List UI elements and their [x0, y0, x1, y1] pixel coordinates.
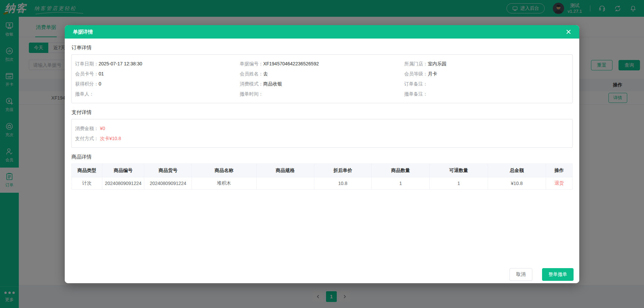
order-field: 会员姓名：去: [240, 69, 405, 79]
modal-title: 单据详情: [73, 29, 93, 35]
goods-header: 商品数量: [372, 164, 430, 177]
order-info-box: 订单日期：2025-07-17 12:38:30 单据编号：XF19457046…: [71, 54, 573, 103]
order-field: 撤单备注：: [404, 89, 569, 99]
goods-header-row: 商品类型 商品编号 商品货号 商品名称 商品规格 折后单价 商品数量 可退数量 …: [72, 164, 573, 177]
goods-header: 总金额: [488, 164, 546, 177]
modal-body: 订单详情 订单日期：2025-07-17 12:38:30 单据编号：XF194…: [65, 45, 579, 190]
order-field: 单据编号：XF1945704642236526592: [240, 59, 405, 69]
order-field: 消费模式：商品收银: [240, 79, 405, 89]
order-field: 撤单时间：: [240, 89, 405, 99]
cancel-button[interactable]: 取消: [509, 268, 532, 281]
order-section-title: 订单详情: [71, 45, 573, 51]
order-field: 获得积分：0: [75, 79, 240, 89]
modal-header: 单据详情: [65, 25, 579, 39]
order-field: 所属门店：室内乐园: [404, 59, 569, 69]
order-detail-modal: 单据详情 订单详情 订单日期：2025-07-17 12:38:30 单据编号：…: [65, 25, 579, 283]
refund-link[interactable]: 退货: [554, 180, 564, 186]
goods-price: 10.8: [314, 177, 372, 190]
close-icon[interactable]: [566, 29, 571, 35]
goods-qty: 1: [372, 177, 430, 190]
goods-header: 折后单价: [314, 164, 372, 177]
goods-refundable-qty: 1: [430, 177, 488, 190]
order-field: 会员等级：月卡: [404, 69, 569, 79]
goods-header: 可退数量: [430, 164, 488, 177]
order-field: 订单日期：2025-07-17 12:38:30: [75, 59, 240, 69]
app-root: 纳客 纳客管店更轻松 进入后台: [0, 0, 644, 308]
goods-sku: 20240809091224: [144, 177, 192, 190]
goods-header: 商品规格: [256, 164, 314, 177]
goods-name: 堆积木: [192, 177, 257, 190]
consume-amount: ¥0: [100, 126, 105, 131]
goods-spec: [256, 177, 314, 190]
goods-table: 商品类型 商品编号 商品货号 商品名称 商品规格 折后单价 商品数量 可退数量 …: [71, 164, 573, 190]
goods-code: 20240809091224: [102, 177, 144, 190]
void-order-button[interactable]: 整单撤单: [542, 268, 574, 281]
goods-header: 商品货号: [144, 164, 192, 177]
payment-method: 次卡¥10.8: [100, 136, 121, 141]
goods-header: 商品名称: [192, 164, 257, 177]
order-field: 会员卡号：01: [75, 69, 240, 79]
payment-field: 支付方式： 次卡¥10.8: [75, 133, 569, 143]
goods-section-title: 商品详情: [71, 154, 573, 160]
goods-type: 计次: [72, 177, 102, 190]
order-field: 撤单人：: [75, 89, 240, 99]
payment-info-box: 消费金额： ¥0 支付方式： 次卡¥10.8: [71, 119, 573, 148]
payment-field: 消费金额： ¥0: [75, 123, 569, 133]
goods-total: ¥10.8: [488, 177, 546, 190]
order-field: 订单备注：: [404, 79, 569, 89]
goods-header: 操作: [546, 164, 572, 177]
modal-footer: 取消 整单撤单: [65, 268, 579, 283]
payment-section-title: 支付详情: [71, 109, 573, 116]
goods-row: 计次 20240809091224 20240809091224 堆积木 10.…: [72, 177, 573, 190]
goods-header: 商品类型: [72, 164, 102, 177]
goods-header: 商品编号: [102, 164, 144, 177]
